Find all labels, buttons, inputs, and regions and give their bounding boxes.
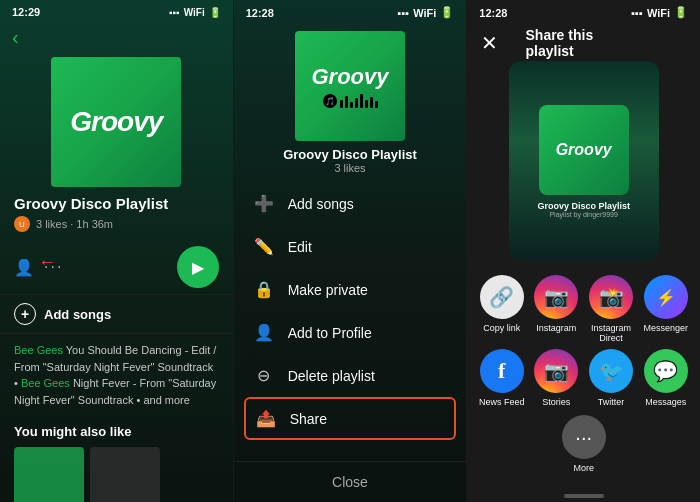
share-title: Share this playlist bbox=[526, 27, 642, 59]
share-twitter[interactable]: 🐦 Twitter bbox=[587, 349, 636, 407]
add-songs-row[interactable]: + Add songs bbox=[0, 294, 233, 334]
track-artist-2: Bee Gees bbox=[21, 377, 73, 389]
more-icon: ··· bbox=[562, 415, 606, 459]
bar-5 bbox=[360, 94, 363, 108]
close-button-2[interactable]: Close bbox=[234, 461, 467, 502]
playlist-title-2: Groovy Disco Playlist bbox=[248, 147, 453, 162]
story-playlist-name: Groovy Disco Playlist bbox=[537, 201, 630, 211]
groovy-logo-1: Groovy bbox=[70, 106, 162, 138]
playlist-title-1: Groovy Disco Playlist bbox=[14, 195, 219, 212]
facebook-icon: f bbox=[480, 349, 524, 393]
battery-icon: 🔋 bbox=[209, 7, 221, 18]
groovy-logo-2: Groovy bbox=[311, 64, 388, 90]
status-bar-2: 12:28 ▪▪▪ WiFi 🔋 bbox=[234, 0, 467, 23]
add-songs-label: Add songs bbox=[44, 307, 111, 322]
menu-add-songs[interactable]: ➕ Add songs bbox=[234, 182, 467, 225]
add-songs-menu-label: Add songs bbox=[288, 196, 354, 212]
action-row-1: 👤 ··· ← ▶ bbox=[0, 242, 233, 294]
bottom-divider bbox=[564, 494, 604, 498]
stories-icon: 📷 bbox=[534, 349, 578, 393]
spotify-logo bbox=[323, 94, 337, 108]
edit-label: Edit bbox=[288, 239, 312, 255]
playlist-info-1: Groovy Disco Playlist U 3 likes · 1h 36m bbox=[0, 195, 233, 242]
top-nav-1: ‹ bbox=[0, 22, 233, 53]
instagram-direct-label: Instagram Direct bbox=[587, 323, 636, 343]
instagram-direct-icon: 📸 bbox=[589, 275, 633, 319]
news-feed-label: News Feed bbox=[479, 397, 525, 407]
playlist-art-1: Groovy bbox=[51, 57, 181, 187]
menu-delete[interactable]: ⊖ Delete playlist bbox=[234, 354, 467, 397]
menu-make-private[interactable]: 🔒 Make private bbox=[234, 268, 467, 311]
bar-8 bbox=[375, 101, 378, 108]
add-to-profile-label: Add to Profile bbox=[288, 325, 372, 341]
signal-icon: ▪▪▪ bbox=[169, 7, 180, 18]
time-3: 12:28 bbox=[479, 7, 507, 19]
time-2: 12:28 bbox=[246, 7, 274, 19]
share-instagram-direct[interactable]: 📸 Instagram Direct bbox=[587, 275, 636, 343]
share-messages[interactable]: 💬 Messages bbox=[641, 349, 690, 407]
share-messenger[interactable]: ⚡ Messenger bbox=[641, 275, 690, 343]
groovy-logo-3: Groovy bbox=[556, 141, 612, 159]
meta-text-1: 3 likes · 1h 36m bbox=[36, 218, 113, 230]
menu-share[interactable]: 📤 Share bbox=[244, 397, 457, 440]
bar-4 bbox=[355, 98, 358, 108]
add-songs-icon: ➕ bbox=[254, 194, 274, 213]
menu-edit[interactable]: ✏️ Edit bbox=[234, 225, 467, 268]
story-art: Groovy bbox=[539, 105, 629, 195]
copy-link-icon: 🔗 bbox=[480, 275, 524, 319]
lock-icon: 🔒 bbox=[254, 280, 274, 299]
play-button[interactable]: ▶ bbox=[177, 246, 219, 288]
panel-2: 12:28 ▪▪▪ WiFi 🔋 Groovy Groovy Disco Pla… bbox=[233, 0, 468, 502]
messenger-icon: ⚡ bbox=[644, 275, 688, 319]
more-label: More bbox=[573, 463, 594, 473]
panel-1: 12:29 ▪▪▪ WiFi 🔋 ‹ Groovy Groovy Disco P… bbox=[0, 0, 233, 502]
delete-label: Delete playlist bbox=[288, 368, 375, 384]
sound-bars bbox=[340, 94, 378, 108]
plus-icon: + bbox=[14, 303, 36, 325]
and-more: and more bbox=[143, 394, 189, 406]
more-row: ··· More bbox=[467, 411, 700, 473]
status-bar-1: 12:29 ▪▪▪ WiFi 🔋 bbox=[0, 0, 233, 22]
instagram-icon: 📷 bbox=[534, 275, 578, 319]
close-x-button[interactable]: ✕ bbox=[481, 31, 498, 55]
share-facebook[interactable]: f News Feed bbox=[477, 349, 526, 407]
wifi-icon: WiFi bbox=[184, 7, 205, 18]
status-bar-3: 12:28 ▪▪▪ WiFi 🔋 bbox=[467, 0, 700, 23]
instagram-label: Instagram bbox=[536, 323, 576, 333]
bar-2 bbox=[345, 96, 348, 108]
thumb-2 bbox=[90, 447, 160, 502]
menu-add-to-profile[interactable]: 👤 Add to Profile bbox=[234, 311, 467, 354]
share-icon: 📤 bbox=[256, 409, 276, 428]
edit-icon: ✏️ bbox=[254, 237, 274, 256]
you-might-like-section: You might also like bbox=[0, 416, 233, 502]
share-label: Share bbox=[290, 411, 327, 427]
wifi-icon-2: WiFi bbox=[413, 7, 436, 19]
time-1: 12:29 bbox=[12, 6, 40, 18]
person-icon[interactable]: 👤 bbox=[14, 258, 34, 277]
playlist-meta-1: U 3 likes · 1h 36m bbox=[14, 216, 219, 232]
profile-icon: 👤 bbox=[254, 323, 274, 342]
make-private-label: Make private bbox=[288, 282, 368, 298]
share-stories[interactable]: 📷 Stories bbox=[532, 349, 581, 407]
messages-label: Messages bbox=[645, 397, 686, 407]
delete-icon: ⊖ bbox=[254, 366, 274, 385]
bar-7 bbox=[370, 97, 373, 108]
share-copy-link[interactable]: 🔗 Copy link bbox=[477, 275, 526, 343]
playlist-info-2: Groovy Disco Playlist 3 likes bbox=[234, 147, 467, 182]
messenger-label: Messenger bbox=[643, 323, 688, 333]
playlist-art-2: Groovy bbox=[295, 31, 405, 141]
twitter-icon: 🐦 bbox=[589, 349, 633, 393]
story-preview: Groovy Groovy Disco Playlist Playlist by… bbox=[509, 61, 659, 261]
spotify-bar bbox=[323, 94, 378, 108]
share-more[interactable]: ··· More bbox=[562, 415, 606, 473]
section-title: You might also like bbox=[14, 424, 219, 439]
track-artist: Bee Gees bbox=[14, 344, 66, 356]
battery-icon-3: 🔋 bbox=[674, 6, 688, 19]
likes-2: 3 likes bbox=[248, 162, 453, 174]
signal-icon-2: ▪▪▪ bbox=[398, 7, 410, 19]
back-button-1[interactable]: ‹ bbox=[12, 26, 19, 49]
bar-1 bbox=[340, 100, 343, 108]
menu-list: ➕ Add songs ✏️ Edit 🔒 Make private 👤 Add… bbox=[234, 182, 467, 461]
share-instagram[interactable]: 📷 Instagram bbox=[532, 275, 581, 343]
arrow-annotation: ← bbox=[38, 252, 56, 273]
